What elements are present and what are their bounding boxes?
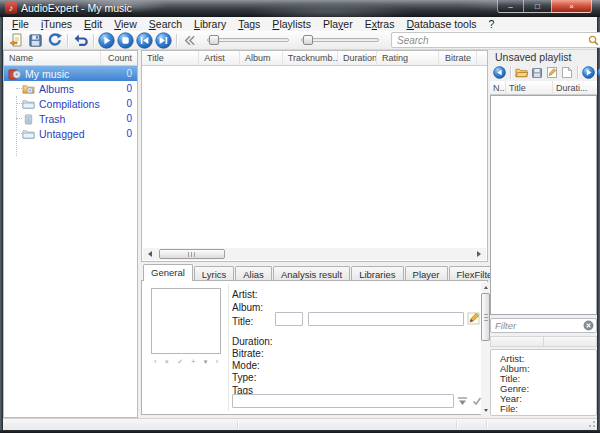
column-album[interactable]: Album bbox=[240, 51, 283, 65]
art-next-icon[interactable]: › bbox=[216, 357, 218, 366]
search-icon[interactable] bbox=[588, 35, 599, 46]
seek-slider-thumb[interactable] bbox=[209, 35, 219, 45]
horizontal-scrollbar[interactable] bbox=[143, 248, 486, 260]
import-file-icon bbox=[9, 32, 25, 48]
tab-lyrics[interactable]: Lyrics bbox=[194, 266, 234, 281]
minimize-button[interactable]: – bbox=[497, 0, 524, 13]
clear-filter-icon[interactable] bbox=[583, 320, 594, 331]
column-filler bbox=[477, 51, 487, 65]
volume-slider-thumb[interactable] bbox=[303, 35, 313, 45]
library-tree-pane: Name Count My music 0 bbox=[3, 50, 138, 418]
previous-track-button[interactable] bbox=[135, 31, 154, 49]
horizontal-scrollbar-thumb[interactable] bbox=[159, 249, 225, 259]
duration-label: Duration: bbox=[232, 336, 273, 347]
track-list-body[interactable] bbox=[142, 66, 487, 236]
menu-view[interactable]: View bbox=[108, 18, 143, 30]
column-artist[interactable]: Artist bbox=[199, 51, 240, 65]
seek-slider[interactable] bbox=[207, 38, 289, 42]
track-list-pane: Title Artist Album Tracknumb... Duration… bbox=[141, 50, 488, 262]
playlist-column-title[interactable]: Title bbox=[506, 81, 553, 94]
column-duration[interactable]: Duration bbox=[338, 51, 377, 65]
refresh-button[interactable] bbox=[45, 31, 64, 49]
menu-extras[interactable]: Extras bbox=[359, 18, 401, 30]
back-icon bbox=[493, 66, 506, 79]
new-playlist-button[interactable] bbox=[559, 65, 574, 80]
scroll-up-icon bbox=[484, 286, 488, 289]
tree-header-count[interactable]: Count bbox=[101, 51, 137, 65]
menu-playlists[interactable]: Playlists bbox=[266, 18, 317, 30]
title-input[interactable] bbox=[308, 312, 464, 326]
open-folder-icon bbox=[515, 66, 528, 79]
menu-library[interactable]: Library bbox=[188, 18, 232, 30]
undo-button[interactable] bbox=[71, 31, 90, 49]
art-prev-icon[interactable]: ‹ bbox=[154, 357, 156, 366]
menu-search[interactable]: Search bbox=[143, 18, 188, 30]
tree-item-trash[interactable]: Trash 0 bbox=[4, 111, 137, 126]
column-bitrate[interactable]: Bitrate bbox=[439, 51, 477, 65]
play-icon bbox=[98, 32, 115, 49]
album-art-placeholder bbox=[151, 288, 221, 354]
tags-dropdown-icon[interactable] bbox=[457, 397, 468, 406]
collapse-button[interactable] bbox=[180, 31, 199, 49]
tab-libraries[interactable]: Libraries bbox=[351, 266, 403, 281]
open-playlist-button[interactable] bbox=[514, 65, 529, 80]
menu-file[interactable]: File bbox=[6, 18, 35, 30]
track-number-input[interactable] bbox=[275, 312, 303, 326]
scroll-up-button[interactable] bbox=[481, 282, 490, 292]
close-button[interactable]: × bbox=[551, 0, 592, 13]
import-file-button[interactable] bbox=[7, 31, 26, 49]
tab-strip: General Lyrics Alias Analysis result Lib… bbox=[141, 264, 488, 281]
column-rating[interactable]: Rating bbox=[377, 51, 439, 65]
edit-playlist-button[interactable] bbox=[544, 65, 559, 80]
save-button[interactable] bbox=[26, 31, 45, 49]
tab-analysis-result[interactable]: Analysis result bbox=[273, 266, 350, 281]
menu-help[interactable]: ? bbox=[483, 18, 501, 30]
column-tracknumber[interactable]: Tracknumb... bbox=[283, 51, 338, 65]
tree-item-compilations[interactable]: Compilations 0 bbox=[4, 96, 137, 111]
playlist-pane: Unsaved playlist bbox=[490, 50, 597, 418]
save-playlist-button[interactable] bbox=[529, 65, 544, 80]
filter-input[interactable] bbox=[493, 319, 583, 332]
tab-general[interactable]: General bbox=[143, 264, 193, 281]
playlist-play-button[interactable] bbox=[581, 65, 596, 80]
tree-header-name[interactable]: Name bbox=[4, 51, 101, 65]
scroll-right-button[interactable] bbox=[472, 248, 486, 260]
tab-alias[interactable]: Alias bbox=[235, 266, 272, 281]
playlist-next-button[interactable] bbox=[596, 65, 600, 80]
stop-button[interactable] bbox=[116, 31, 135, 49]
library-tree: My music 0 Albums 0 bbox=[4, 66, 137, 141]
playlist-list[interactable] bbox=[490, 95, 597, 315]
menu-database-tools[interactable]: Database tools bbox=[400, 18, 482, 30]
maximize-button[interactable]: □ bbox=[524, 0, 551, 13]
column-title[interactable]: Title bbox=[142, 51, 199, 65]
playlist-back-button[interactable] bbox=[492, 65, 507, 80]
playlist-column-number[interactable]: N... bbox=[490, 81, 506, 94]
art-remove-icon[interactable]: × bbox=[165, 357, 169, 366]
tree-item-my-music[interactable]: My music 0 bbox=[4, 66, 137, 81]
menu-itunes[interactable]: iTunes bbox=[35, 18, 78, 30]
menu-player[interactable]: Player bbox=[317, 18, 359, 30]
playlist-column-duration[interactable]: Durati... bbox=[553, 81, 597, 94]
art-more-icon[interactable]: ▾ bbox=[204, 357, 208, 366]
scroll-left-button[interactable] bbox=[143, 248, 157, 260]
vertical-scrollbar-thumb[interactable] bbox=[481, 293, 490, 341]
art-add-icon[interactable]: + bbox=[191, 357, 195, 366]
art-accept-icon[interactable]: ✓ bbox=[177, 357, 183, 366]
tree-item-count: 0 bbox=[126, 68, 137, 79]
tags-input[interactable] bbox=[232, 394, 454, 408]
next-track-button[interactable] bbox=[154, 31, 173, 49]
menu-edit[interactable]: Edit bbox=[78, 18, 108, 30]
edit-pencil-icon[interactable] bbox=[467, 312, 480, 325]
menu-tags[interactable]: Tags bbox=[232, 18, 266, 30]
tree-item-albums[interactable]: Albums 0 bbox=[4, 81, 137, 96]
playlist-toolbar bbox=[490, 64, 597, 81]
title-bar[interactable]: ♪ AudioExpert - My music – □ × bbox=[0, 0, 600, 17]
vertical-scrollbar[interactable] bbox=[481, 282, 490, 415]
scroll-down-button[interactable] bbox=[481, 405, 490, 415]
resize-grip[interactable] bbox=[587, 420, 596, 429]
volume-slider[interactable] bbox=[301, 38, 379, 42]
search-input[interactable] bbox=[395, 34, 588, 47]
tab-player[interactable]: Player bbox=[405, 266, 448, 281]
tree-item-untagged[interactable]: Untagged 0 bbox=[4, 126, 137, 141]
play-button[interactable] bbox=[97, 31, 116, 49]
